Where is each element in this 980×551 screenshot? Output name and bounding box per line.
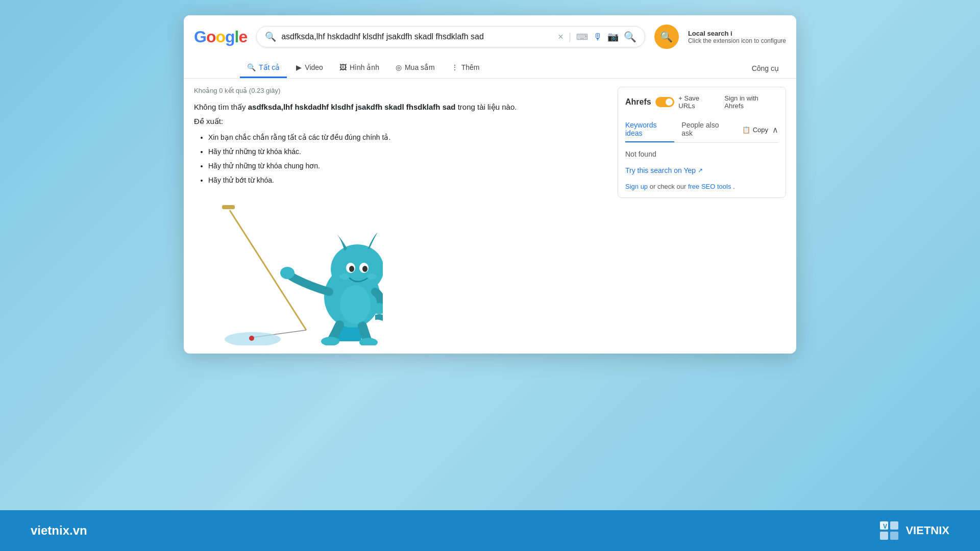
search-bar-area: Google 🔍 × | ⌨ 🎙 📷 🔍 🔍 Local search i Cl… [184, 15, 796, 49]
svg-point-15 [366, 273, 377, 280]
nav-tabs: 🔍 Tất cả ▶ Video 🖼 Hình ảnh ◎ Mua sắm ⋮ … [184, 54, 796, 79]
external-link-icon: ↗ [698, 167, 703, 174]
tab-images-icon: 🖼 [339, 63, 347, 71]
yep-search-link[interactable]: Try this search on Yep ↗ [625, 166, 778, 174]
svg-point-20 [340, 285, 371, 324]
svg-point-13 [362, 266, 368, 272]
svg-rect-23 [880, 532, 888, 540]
extension-info: Local search i Click the extension icon … [688, 30, 786, 44]
tab-keywords-ideas[interactable]: Keywords ideas [625, 117, 674, 142]
tab-images-label: Hình ảnh [350, 63, 379, 71]
svg-rect-24 [890, 532, 898, 540]
save-urls-button[interactable]: + Save URLs [678, 94, 717, 110]
extension-title: Local search i [688, 30, 786, 37]
no-results-message: Không tìm thấy asdfksda,lhf hskdadhf kls… [194, 103, 607, 112]
footer-brand-right: V VIETNIX [879, 520, 949, 541]
ahrefs-tabs: Keywords ideas People also ask 📋 Copy ∧ [625, 117, 778, 143]
results-area: Khoảng 0 kết quả (0.23 giây) Không tìm t… [194, 87, 607, 345]
no-results-query: asdfksda,lhf hskdadhf klsdhf jsakdfh ska… [248, 103, 456, 111]
ahrefs-actions: + Save URLs Sign in with Ahrefs [678, 94, 778, 110]
extension-subtitle: Click the extension icon to configure [688, 37, 786, 44]
suggestions-list: Xin bạn chắc chắn rằng tất cả các từ đều… [194, 130, 607, 187]
tab-all-icon: 🔍 [247, 63, 256, 71]
svg-text:V: V [883, 523, 887, 530]
suggestion-item: Hãy thử những từ khóa chung hơn. [208, 159, 607, 173]
search-input[interactable] [281, 32, 553, 41]
search-submit-icon: 🔍 [660, 31, 673, 43]
tab-video[interactable]: ▶ Video [289, 58, 330, 78]
tab-video-label: Video [305, 63, 323, 71]
not-found-text: Not found [625, 150, 778, 158]
image-search-button[interactable]: 📷 [607, 31, 619, 42]
keyboard-icon-button[interactable]: ⌨ [576, 32, 588, 42]
svg-rect-22 [890, 521, 898, 530]
suggestion-item: Xin bạn chắc chắn rằng tất cả các từ đều… [208, 130, 607, 144]
svg-rect-1 [222, 205, 235, 209]
copy-button[interactable]: 📋 Copy [738, 124, 772, 136]
tab-all[interactable]: 🔍 Tất cả [240, 58, 287, 78]
tab-more-icon: ⋮ [451, 63, 458, 71]
copy-label: Copy [753, 126, 768, 134]
ahrefs-toggle[interactable] [655, 97, 675, 107]
tab-people-also-ask[interactable]: People also ask [681, 117, 730, 142]
tab-shopping[interactable]: ◎ Mua sắm [388, 58, 442, 78]
tab-shopping-icon: ◎ [396, 63, 402, 71]
fishing-illustration [194, 203, 383, 345]
yep-link-text: Try this search on Yep [625, 166, 696, 174]
collapse-button[interactable]: ∧ [772, 125, 778, 135]
footer-brand-left: vietnix.vn [31, 523, 87, 538]
suggestion-item: Hãy thử những từ khóa khác. [208, 144, 607, 159]
divider: | [569, 31, 571, 43]
clear-search-button[interactable]: × [558, 32, 564, 42]
signup-after: . [733, 183, 735, 190]
tab-more[interactable]: ⋮ Thêm [444, 58, 487, 78]
sign-in-button[interactable]: Sign in with Ahrefs [724, 94, 778, 110]
tools-button[interactable]: Công cụ [745, 59, 786, 78]
tab-shopping-label: Mua sắm [405, 63, 435, 71]
tab-more-label: Thêm [461, 63, 480, 71]
footer-bar: vietnix.vn V VIETNIX [0, 510, 980, 551]
footer-brand-right-label: VIETNIX [905, 524, 949, 537]
no-results-prefix: Không tìm thấy [194, 103, 248, 111]
google-logo: Google [194, 28, 247, 46]
signup-text: Sign up or check our free SEO tools . [625, 183, 778, 190]
voice-search-button[interactable]: 🎙 [593, 32, 602, 42]
tab-images[interactable]: 🖼 Hình ảnh [332, 58, 386, 78]
main-content: Khoảng 0 kết quả (0.23 giây) Không tìm t… [184, 79, 796, 354]
ahrefs-sidebar: Ahrefs + Save URLs Sign in with Ahrefs K… [618, 87, 786, 198]
suggestion-item: Hãy thử bớt từ khóa. [208, 173, 607, 187]
tab-all-label: Tất cả [259, 63, 280, 71]
copy-icon: 📋 [742, 126, 750, 134]
ahrefs-header: Ahrefs + Save URLs Sign in with Ahrefs [625, 94, 778, 110]
svg-point-16 [280, 267, 295, 279]
search-submit-icon[interactable]: 🔍 [624, 31, 636, 43]
svg-line-0 [230, 210, 306, 330]
svg-point-4 [249, 336, 254, 341]
no-results-suffix: trong tài liệu nào. [455, 103, 517, 111]
search-prefix-icon: 🔍 [265, 31, 276, 42]
tab-video-icon: ▶ [296, 63, 302, 71]
free-seo-tools-link[interactable]: free SEO tools [688, 183, 731, 190]
vietnix-logo-icon: V [879, 520, 899, 541]
search-input-wrapper: 🔍 × | ⌨ 🎙 📷 🔍 [256, 26, 645, 47]
results-count: Khoảng 0 kết quả (0.23 giây) [194, 87, 607, 94]
signup-middle: or check our [650, 183, 688, 190]
signup-link[interactable]: Sign up [625, 183, 648, 190]
svg-point-14 [339, 273, 350, 280]
browser-window: Google 🔍 × | ⌨ 🎙 📷 🔍 🔍 Local search i Cl… [184, 15, 796, 354]
ahrefs-logo: Ahrefs [625, 97, 651, 107]
svg-point-12 [349, 266, 354, 272]
search-submit-button[interactable]: 🔍 [654, 24, 679, 49]
suggestions-title: Đề xuất: [194, 117, 607, 126]
